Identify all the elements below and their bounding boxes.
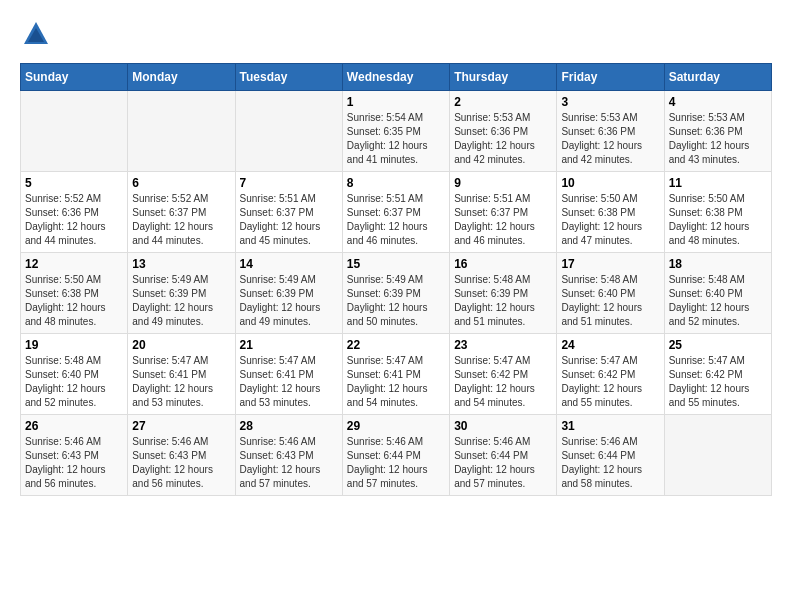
day-number: 21 (240, 338, 338, 352)
calendar-cell (21, 91, 128, 172)
day-info: Sunrise: 5:52 AM Sunset: 6:36 PM Dayligh… (25, 192, 123, 248)
day-number: 4 (669, 95, 767, 109)
column-header-monday: Monday (128, 64, 235, 91)
day-number: 30 (454, 419, 552, 433)
day-info: Sunrise: 5:46 AM Sunset: 6:43 PM Dayligh… (25, 435, 123, 491)
column-header-sunday: Sunday (21, 64, 128, 91)
day-number: 16 (454, 257, 552, 271)
logo (20, 20, 50, 53)
day-info: Sunrise: 5:48 AM Sunset: 6:39 PM Dayligh… (454, 273, 552, 329)
calendar-cell: 26Sunrise: 5:46 AM Sunset: 6:43 PM Dayli… (21, 415, 128, 496)
day-number: 14 (240, 257, 338, 271)
calendar-cell: 3Sunrise: 5:53 AM Sunset: 6:36 PM Daylig… (557, 91, 664, 172)
day-info: Sunrise: 5:48 AM Sunset: 6:40 PM Dayligh… (25, 354, 123, 410)
calendar-cell: 10Sunrise: 5:50 AM Sunset: 6:38 PM Dayli… (557, 172, 664, 253)
day-number: 29 (347, 419, 445, 433)
calendar-cell: 16Sunrise: 5:48 AM Sunset: 6:39 PM Dayli… (450, 253, 557, 334)
day-number: 6 (132, 176, 230, 190)
calendar-cell: 7Sunrise: 5:51 AM Sunset: 6:37 PM Daylig… (235, 172, 342, 253)
day-info: Sunrise: 5:47 AM Sunset: 6:42 PM Dayligh… (561, 354, 659, 410)
day-number: 24 (561, 338, 659, 352)
day-info: Sunrise: 5:47 AM Sunset: 6:41 PM Dayligh… (347, 354, 445, 410)
day-number: 19 (25, 338, 123, 352)
day-info: Sunrise: 5:50 AM Sunset: 6:38 PM Dayligh… (25, 273, 123, 329)
column-header-tuesday: Tuesday (235, 64, 342, 91)
day-number: 13 (132, 257, 230, 271)
day-number: 1 (347, 95, 445, 109)
day-number: 31 (561, 419, 659, 433)
calendar-cell: 4Sunrise: 5:53 AM Sunset: 6:36 PM Daylig… (664, 91, 771, 172)
day-info: Sunrise: 5:53 AM Sunset: 6:36 PM Dayligh… (454, 111, 552, 167)
day-number: 28 (240, 419, 338, 433)
day-info: Sunrise: 5:49 AM Sunset: 6:39 PM Dayligh… (132, 273, 230, 329)
day-info: Sunrise: 5:47 AM Sunset: 6:41 PM Dayligh… (132, 354, 230, 410)
calendar-cell: 20Sunrise: 5:47 AM Sunset: 6:41 PM Dayli… (128, 334, 235, 415)
calendar-cell: 11Sunrise: 5:50 AM Sunset: 6:38 PM Dayli… (664, 172, 771, 253)
day-number: 17 (561, 257, 659, 271)
calendar-cell: 30Sunrise: 5:46 AM Sunset: 6:44 PM Dayli… (450, 415, 557, 496)
calendar-cell: 25Sunrise: 5:47 AM Sunset: 6:42 PM Dayli… (664, 334, 771, 415)
column-header-saturday: Saturday (664, 64, 771, 91)
calendar-cell: 31Sunrise: 5:46 AM Sunset: 6:44 PM Dayli… (557, 415, 664, 496)
calendar-cell: 5Sunrise: 5:52 AM Sunset: 6:36 PM Daylig… (21, 172, 128, 253)
calendar-header: SundayMondayTuesdayWednesdayThursdayFrid… (21, 64, 772, 91)
day-number: 26 (25, 419, 123, 433)
day-info: Sunrise: 5:46 AM Sunset: 6:43 PM Dayligh… (132, 435, 230, 491)
calendar-cell (664, 415, 771, 496)
day-number: 12 (25, 257, 123, 271)
day-info: Sunrise: 5:48 AM Sunset: 6:40 PM Dayligh… (561, 273, 659, 329)
day-info: Sunrise: 5:49 AM Sunset: 6:39 PM Dayligh… (240, 273, 338, 329)
calendar-cell: 1Sunrise: 5:54 AM Sunset: 6:35 PM Daylig… (342, 91, 449, 172)
calendar-week-row: 26Sunrise: 5:46 AM Sunset: 6:43 PM Dayli… (21, 415, 772, 496)
day-number: 11 (669, 176, 767, 190)
day-info: Sunrise: 5:46 AM Sunset: 6:44 PM Dayligh… (561, 435, 659, 491)
day-info: Sunrise: 5:46 AM Sunset: 6:44 PM Dayligh… (347, 435, 445, 491)
day-number: 5 (25, 176, 123, 190)
calendar-cell: 28Sunrise: 5:46 AM Sunset: 6:43 PM Dayli… (235, 415, 342, 496)
calendar-cell: 18Sunrise: 5:48 AM Sunset: 6:40 PM Dayli… (664, 253, 771, 334)
calendar-cell: 13Sunrise: 5:49 AM Sunset: 6:39 PM Dayli… (128, 253, 235, 334)
calendar-week-row: 19Sunrise: 5:48 AM Sunset: 6:40 PM Dayli… (21, 334, 772, 415)
day-info: Sunrise: 5:50 AM Sunset: 6:38 PM Dayligh… (561, 192, 659, 248)
day-number: 9 (454, 176, 552, 190)
day-info: Sunrise: 5:48 AM Sunset: 6:40 PM Dayligh… (669, 273, 767, 329)
calendar-week-row: 1Sunrise: 5:54 AM Sunset: 6:35 PM Daylig… (21, 91, 772, 172)
calendar-cell: 8Sunrise: 5:51 AM Sunset: 6:37 PM Daylig… (342, 172, 449, 253)
calendar-cell: 21Sunrise: 5:47 AM Sunset: 6:41 PM Dayli… (235, 334, 342, 415)
calendar-cell: 19Sunrise: 5:48 AM Sunset: 6:40 PM Dayli… (21, 334, 128, 415)
calendar-cell: 23Sunrise: 5:47 AM Sunset: 6:42 PM Dayli… (450, 334, 557, 415)
day-info: Sunrise: 5:46 AM Sunset: 6:43 PM Dayligh… (240, 435, 338, 491)
calendar-cell: 6Sunrise: 5:52 AM Sunset: 6:37 PM Daylig… (128, 172, 235, 253)
day-info: Sunrise: 5:50 AM Sunset: 6:38 PM Dayligh… (669, 192, 767, 248)
day-number: 2 (454, 95, 552, 109)
calendar-week-row: 5Sunrise: 5:52 AM Sunset: 6:36 PM Daylig… (21, 172, 772, 253)
day-info: Sunrise: 5:54 AM Sunset: 6:35 PM Dayligh… (347, 111, 445, 167)
day-number: 3 (561, 95, 659, 109)
day-number: 25 (669, 338, 767, 352)
column-header-thursday: Thursday (450, 64, 557, 91)
calendar-cell: 2Sunrise: 5:53 AM Sunset: 6:36 PM Daylig… (450, 91, 557, 172)
day-number: 23 (454, 338, 552, 352)
calendar-cell (128, 91, 235, 172)
day-number: 18 (669, 257, 767, 271)
calendar-cell (235, 91, 342, 172)
calendar-table: SundayMondayTuesdayWednesdayThursdayFrid… (20, 63, 772, 496)
day-info: Sunrise: 5:53 AM Sunset: 6:36 PM Dayligh… (561, 111, 659, 167)
day-info: Sunrise: 5:52 AM Sunset: 6:37 PM Dayligh… (132, 192, 230, 248)
calendar-week-row: 12Sunrise: 5:50 AM Sunset: 6:38 PM Dayli… (21, 253, 772, 334)
day-number: 10 (561, 176, 659, 190)
calendar-cell: 15Sunrise: 5:49 AM Sunset: 6:39 PM Dayli… (342, 253, 449, 334)
day-info: Sunrise: 5:51 AM Sunset: 6:37 PM Dayligh… (240, 192, 338, 248)
day-number: 15 (347, 257, 445, 271)
day-info: Sunrise: 5:47 AM Sunset: 6:42 PM Dayligh… (454, 354, 552, 410)
column-header-friday: Friday (557, 64, 664, 91)
day-info: Sunrise: 5:49 AM Sunset: 6:39 PM Dayligh… (347, 273, 445, 329)
calendar-cell: 14Sunrise: 5:49 AM Sunset: 6:39 PM Dayli… (235, 253, 342, 334)
logo-icon (22, 20, 50, 48)
day-info: Sunrise: 5:51 AM Sunset: 6:37 PM Dayligh… (454, 192, 552, 248)
day-info: Sunrise: 5:51 AM Sunset: 6:37 PM Dayligh… (347, 192, 445, 248)
day-number: 22 (347, 338, 445, 352)
day-info: Sunrise: 5:47 AM Sunset: 6:41 PM Dayligh… (240, 354, 338, 410)
page-header (20, 20, 772, 53)
day-info: Sunrise: 5:47 AM Sunset: 6:42 PM Dayligh… (669, 354, 767, 410)
